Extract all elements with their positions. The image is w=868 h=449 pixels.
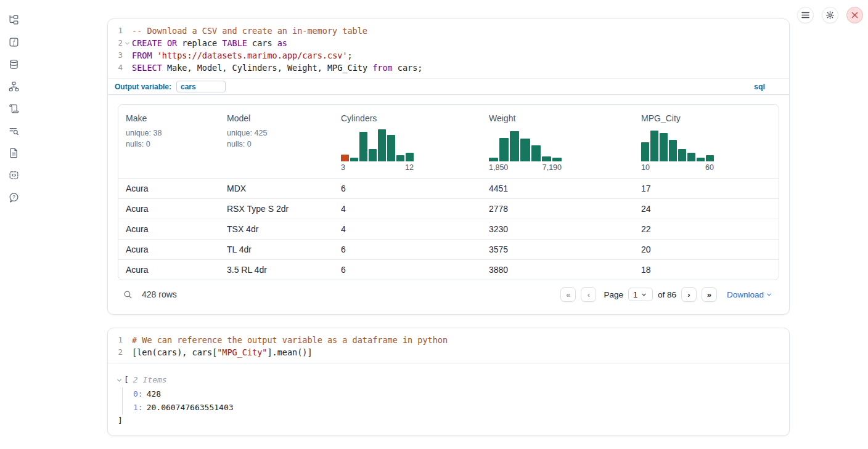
table-row[interactable]: AcuraTSX 4dr4323022 [118, 219, 779, 239]
code-line[interactable]: 3FROM 'https://datasets.marimo.app/cars.… [108, 49, 789, 62]
functions-icon[interactable]: f [8, 36, 20, 48]
tree-output: [2 Items0:4281:20.060747663551403] [108, 363, 789, 435]
code-token: Make, Model, Cylinders, Weight, MPG_City [162, 63, 372, 73]
scratchpad-icon[interactable] [8, 103, 20, 115]
table-cell: 6 [334, 265, 481, 275]
settings-button[interactable] [822, 7, 838, 23]
shutdown-button[interactable] [846, 7, 863, 23]
next-page-icon: › [687, 290, 690, 299]
dependency-graph-icon[interactable] [8, 81, 20, 92]
fold-spacer [123, 49, 132, 62]
tree-open-bracket: [ [124, 374, 129, 386]
code-token: cars [247, 38, 277, 48]
code-line[interactable]: 2[len(cars), cars["MPG_City"].mean()] [108, 346, 789, 358]
tree-entry[interactable]: 0:428 [133, 387, 779, 401]
code-token: cars; [393, 63, 423, 73]
code-line[interactable]: 1# We can reference the output variable … [108, 334, 789, 346]
histogram-weight[interactable] [489, 129, 562, 161]
code-line[interactable]: 1-- Download a CSV and create an in-memo… [108, 25, 789, 37]
chevron-down-icon [642, 291, 646, 296]
datasources-icon[interactable] [8, 59, 20, 70]
column-header-cylinders[interactable]: Cylinders312 [334, 105, 481, 178]
table-cell: 22 [634, 224, 779, 234]
axis-min-label: 3 [341, 163, 345, 172]
column-header-mpg_city[interactable]: MPG_City1060 [634, 105, 779, 178]
column-stat: unique: 38 [126, 129, 219, 137]
sql-code-editor[interactable]: 1-- Download a CSV and create an in-memo… [108, 19, 789, 78]
code-text: -- Download a CSV and create an in-memor… [132, 25, 367, 37]
sql-cell-output: Makeunique: 38nulls: 0Modelunique: 425nu… [108, 95, 789, 314]
histogram-bar [552, 158, 562, 161]
column-name: MPG_City [641, 113, 779, 123]
histogram-bar [641, 142, 649, 161]
table-row[interactable]: AcuraRSX Type S 2dr4277824 [118, 198, 779, 219]
row-count: 428 rows [142, 289, 177, 299]
histogram-axis: 1060 [641, 163, 714, 172]
fold-chevron-icon[interactable] [123, 37, 132, 49]
last-page-button[interactable]: » [702, 287, 717, 302]
line-number: 3 [108, 49, 123, 62]
column-header-weight[interactable]: Weight1,8507,190 [481, 105, 634, 178]
page-label: Page [604, 290, 623, 299]
axis-min-label: 1,850 [489, 163, 508, 172]
logs-search-icon[interactable] [8, 125, 20, 137]
table-row[interactable]: AcuraTL 4dr6357520 [118, 239, 779, 259]
help-icon[interactable]: ? [8, 192, 20, 203]
histogram-bar [387, 135, 395, 161]
prev-page-button[interactable]: ‹ [581, 287, 596, 302]
histogram-bar [359, 132, 367, 161]
table-row[interactable]: AcuraMDX6445117 [118, 178, 779, 198]
code-token [152, 51, 157, 60]
fold-spacer [123, 25, 132, 37]
documentation-icon[interactable] [8, 147, 20, 159]
page-select[interactable]: 1 [628, 288, 653, 301]
code-token: ; [348, 51, 353, 60]
output-variable-input[interactable] [176, 81, 226, 92]
next-page-button[interactable]: › [681, 287, 697, 302]
code-line[interactable]: 2CREATE OR replace TABLE cars as [108, 37, 789, 49]
first-page-button[interactable]: « [560, 287, 576, 302]
tree-root[interactable]: [2 Items [118, 374, 779, 386]
total-pages-label: of 86 [658, 290, 676, 299]
file-explorer-icon[interactable] [8, 14, 20, 26]
code-line[interactable]: 4SELECT Make, Model, Cylinders, Weight, … [108, 62, 789, 74]
table-cell: 4 [334, 224, 481, 234]
search-icon[interactable] [123, 289, 133, 300]
table-cell: Acura [118, 204, 219, 214]
menu-button[interactable] [797, 7, 814, 23]
python-cell: 1# We can reference the output variable … [107, 328, 790, 436]
table-row[interactable]: Acura3.5 RL 4dr6388018 [118, 259, 779, 280]
histogram-cylinders[interactable] [341, 129, 414, 161]
histogram-mpg_city[interactable] [641, 129, 714, 161]
line-number: 1 [108, 25, 123, 37]
column-header-model[interactable]: Modelunique: 425nulls: 0 [219, 105, 334, 178]
language-badge: sql [754, 83, 782, 91]
table-cell: 17 [634, 184, 779, 193]
histogram-bar [520, 139, 530, 161]
histogram-bar [406, 153, 414, 161]
tree-entry-value: 20.060747663551403 [147, 403, 234, 412]
table-body: AcuraMDX6445117AcuraRSX Type S 2dr427782… [118, 178, 779, 280]
python-code-editor[interactable]: 1# We can reference the output variable … [108, 328, 789, 363]
column-stat: nulls: 0 [227, 140, 334, 148]
histogram-bar [687, 153, 695, 161]
histogram-bar [378, 129, 386, 161]
code-token: TABLE [222, 38, 247, 48]
download-button[interactable]: Download [727, 290, 771, 299]
histogram-axis: 1,8507,190 [489, 163, 562, 172]
snippets-icon[interactable] [8, 169, 20, 181]
axis-min-label: 10 [641, 163, 650, 172]
table-footer: 428 rows « ‹ Page 1 of 86 › » Download [118, 282, 779, 307]
left-sidebar: f ? [0, 0, 27, 449]
histogram-bar [341, 155, 349, 161]
table-cell: Acura [118, 265, 219, 275]
chevron-down-icon[interactable] [118, 379, 121, 382]
code-token: 'https://datasets.marimo.app/cars.csv' [157, 51, 348, 60]
tree-entry[interactable]: 1:20.060747663551403 [133, 401, 779, 415]
code-token: FROM [132, 51, 152, 60]
histogram-bar [489, 158, 498, 161]
table-cell: 6 [334, 184, 481, 193]
axis-max-label: 7,190 [542, 163, 562, 172]
page-select-value: 1 [633, 290, 637, 299]
column-header-make[interactable]: Makeunique: 38nulls: 0 [118, 105, 219, 178]
